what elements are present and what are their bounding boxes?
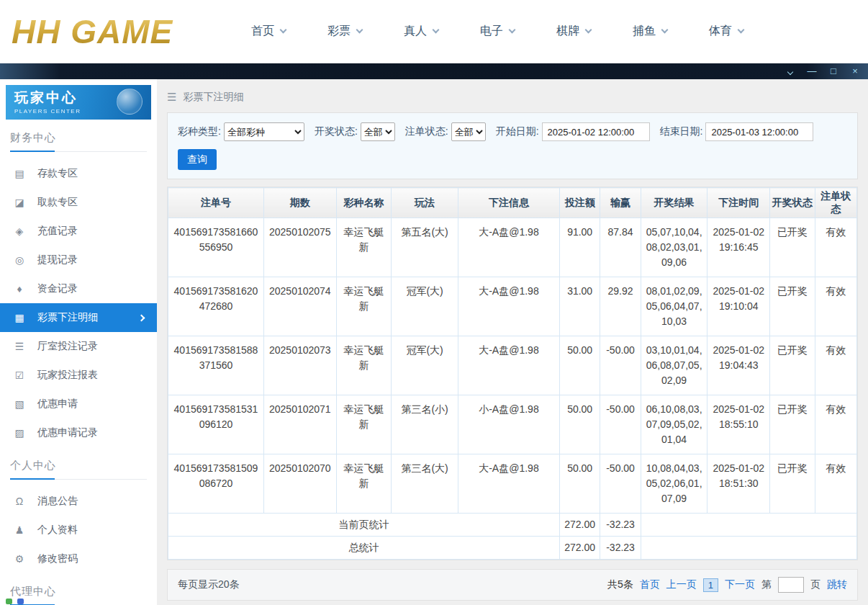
maximize-button[interactable]: □ (826, 65, 841, 78)
player-bet-report-icon: ☑ (13, 369, 26, 381)
main-nav: 首页彩票真人电子棋牌捕鱼体育 (251, 24, 743, 39)
taskbar-icon-1[interactable] (6, 599, 12, 604)
start-date-input[interactable] (542, 122, 650, 141)
sidebar-item-label: 取款专区 (37, 196, 78, 209)
close-button[interactable]: × (848, 65, 862, 78)
next-page-link[interactable]: 下一页 (725, 578, 755, 591)
table-cell: 20250102073 (263, 336, 336, 395)
sidebar-item-label: 彩票下注明细 (37, 311, 98, 324)
sidebar-item-promo-apply[interactable]: ▧优惠申请 (0, 390, 157, 418)
sidebar-item-label: 玩家投注报表 (37, 369, 98, 382)
table-row: 40156917358150908672020250102070幸运飞艇新第三名… (168, 454, 857, 514)
chevron-down-icon (280, 27, 287, 34)
table-cell: 第五名(大) (392, 218, 458, 277)
table-cell: 幸运飞艇新 (336, 218, 392, 277)
window-menu-button[interactable] (783, 65, 797, 78)
sidebar-section-title: 代理中心 (10, 585, 147, 605)
table-cell: 2025-01-02 19:04:43 (707, 336, 770, 395)
nav-item-5[interactable]: 棋牌 (556, 24, 591, 39)
table-cell: 有效 (815, 277, 856, 336)
sidebar-item-label: 提现记录 (37, 254, 78, 266)
table-cell: 401569173581531096120 (168, 395, 264, 454)
prev-page-link[interactable]: 上一页 (666, 578, 697, 591)
sidebar-item-change-password[interactable]: ⚙修改密码 (0, 544, 157, 573)
column-header: 开奖状态 (770, 188, 815, 218)
table-cell: 有效 (815, 395, 856, 454)
nav-item-4[interactable]: 电子 (480, 24, 515, 39)
jump-button[interactable]: 跳转 (827, 578, 847, 591)
sidebar-item-player-bet-report[interactable]: ☑玩家投注报表 (0, 361, 157, 390)
table-cell: 87.84 (600, 218, 641, 277)
sidebar-item-hall-bet-record[interactable]: ☰厅室投注记录 (0, 332, 157, 361)
table-cell: 已开奖 (770, 218, 815, 277)
sidebar-item-deposit[interactable]: ▤存款专区 (0, 159, 157, 188)
jump-label-prefix: 第 (761, 578, 772, 591)
chevron-down-icon (738, 27, 745, 34)
table-cell: 有效 (815, 454, 856, 514)
table-cell: 2025-01-02 18:51:30 (707, 454, 770, 514)
table-cell: 已开奖 (770, 277, 815, 336)
filter-panel: 彩种类型: 全部彩种 开奖状态: 全部 注单状态: 全部 (167, 112, 858, 179)
nav-item-6[interactable]: 捕鱼 (633, 24, 667, 39)
sidebar-item-label: 消息公告 (37, 495, 78, 508)
page-jump-input[interactable] (778, 577, 804, 593)
lottery-type-select[interactable]: 全部彩种 (224, 122, 304, 141)
deposit-icon: ▤ (13, 168, 26, 179)
summary-empty-cell (641, 537, 856, 560)
chevron-down-icon (585, 27, 592, 34)
table-cell: 小-A盘@1.98 (458, 395, 559, 454)
bell-icon: Ω (13, 496, 26, 507)
nav-item-7[interactable]: 体育 (709, 24, 743, 39)
table-cell: 幸运飞艇新 (336, 454, 392, 514)
column-header: 下注时间 (707, 188, 770, 218)
summary-empty-cell (641, 514, 856, 537)
sidebar-item-promo-apply-record[interactable]: ▨优惠申请记录 (0, 418, 157, 447)
summary-row: 总统计272.00-32.23 (168, 537, 857, 560)
main-content: ☰ 彩票下注明细 彩种类型: 全部彩种 开奖状态: 全部 注单状态 (157, 79, 868, 605)
sidebar-section-title: 财务中心 (10, 131, 147, 152)
table-cell: 20250102075 (263, 218, 336, 277)
table-cell: 31.00 (559, 277, 600, 336)
sidebar-item-funds-record[interactable]: ♦资金记录 (0, 274, 157, 303)
order-status-select[interactable]: 全部 (451, 122, 486, 141)
nav-item-2[interactable]: 彩票 (327, 24, 362, 39)
sidebar-item-withdraw[interactable]: ◪取款专区 (0, 188, 157, 217)
table-row: 40156917358162047268020250102074幸运飞艇新冠军(… (168, 277, 857, 336)
table-cell: 20250102074 (263, 277, 336, 336)
sidebar-item-profile[interactable]: ♟个人资料 (0, 516, 157, 544)
table-cell: 大-A盘@1.98 (458, 454, 559, 514)
bet-table: 注单号期数彩种名称玩法下注信息投注额输赢开奖结果下注时间开奖状态注单状态 401… (168, 187, 857, 560)
nav-item-label: 电子 (480, 24, 503, 39)
end-date-input[interactable] (705, 122, 813, 141)
summary-bet-total: 272.00 (559, 537, 600, 560)
column-header: 玩法 (392, 188, 458, 218)
column-header: 期数 (263, 188, 336, 218)
table-row: 40156917358158837156020250102073幸运飞艇新冠军(… (168, 336, 857, 395)
taskbar-icon-2[interactable] (17, 599, 24, 604)
sidebar-item-label: 优惠申请记录 (37, 426, 98, 439)
nav-item-1[interactable]: 首页 (251, 24, 286, 39)
search-button[interactable]: 查询 (178, 149, 217, 170)
nav-item-label: 彩票 (327, 24, 351, 39)
current-page[interactable]: 1 (703, 578, 718, 592)
sidebar-item-lottery-bet-detail[interactable]: ▦彩票下注明细 (0, 303, 157, 332)
table-cell: 第三名(大) (392, 454, 458, 514)
recharge-record-icon: ◈ (13, 225, 26, 237)
lottery-type-label: 彩种类型: (178, 125, 221, 138)
pagination-bar: 每页显示20条 共5条 首页 上一页 1 下一页 第 页 跳转 (167, 569, 858, 601)
table-row: 40156917358166055695020250102075幸运飞艇新第五名… (168, 218, 857, 277)
table-cell: 401569173581588371560 (168, 336, 264, 395)
table-cell: -50.00 (600, 336, 641, 395)
sidebar-item-announcements[interactable]: Ω消息公告 (0, 487, 157, 516)
minimize-button[interactable]: — (805, 65, 819, 78)
nav-item-3[interactable]: 真人 (404, 24, 438, 39)
first-page-link[interactable]: 首页 (640, 578, 660, 591)
sidebar-item-withdrawal-record[interactable]: ◎提现记录 (0, 246, 157, 274)
sidebar-item-recharge-record[interactable]: ◈充值记录 (0, 217, 157, 246)
promo-apply-icon: ▧ (13, 398, 26, 410)
start-date-label: 开始日期: (496, 125, 539, 138)
table-cell: 幸运飞艇新 (336, 277, 392, 336)
draw-status-select[interactable]: 全部 (361, 122, 395, 141)
table-cell: 2025-01-02 19:16:45 (707, 218, 770, 277)
sidebar: 玩家中心 PLAYERS CENTER 财务中心▤存款专区◪取款专区◈充值记录◎… (0, 79, 157, 605)
